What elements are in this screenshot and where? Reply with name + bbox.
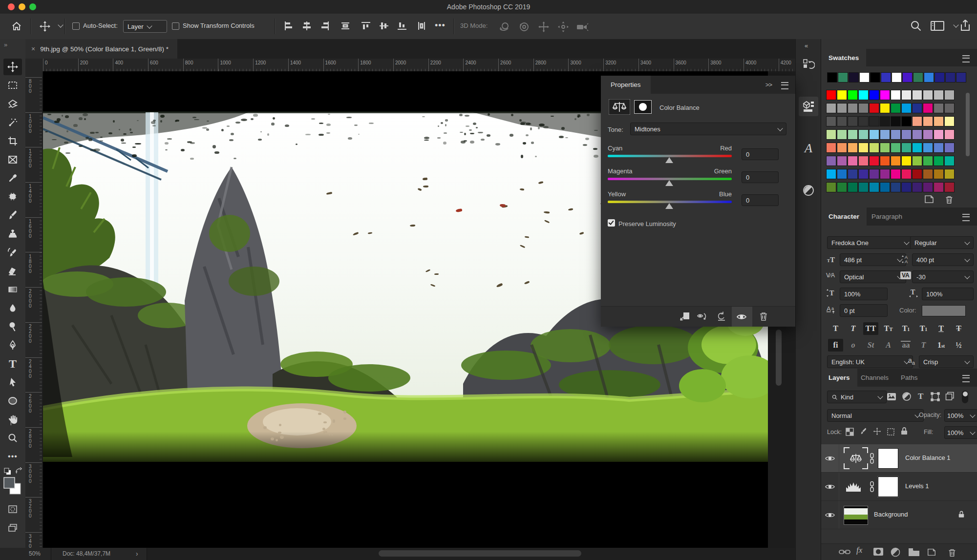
adjustment-thumbnail[interactable] — [844, 447, 868, 469]
clone-stamp-tool[interactable] — [3, 226, 22, 242]
layer-visibility-toggle[interactable] — [821, 473, 839, 500]
swatch[interactable] — [837, 90, 847, 100]
patch-tool[interactable] — [3, 188, 22, 205]
swatch[interactable] — [837, 156, 847, 166]
pen-tool[interactable] — [3, 337, 22, 353]
recent-swatch[interactable] — [945, 72, 956, 83]
toggle-visibility-button[interactable] — [732, 307, 752, 327]
delete-layer-icon[interactable] — [947, 547, 957, 558]
tab-layers[interactable]: Layers — [821, 369, 857, 387]
close-document-icon[interactable]: × — [31, 45, 35, 53]
delete-adjustment-icon[interactable] — [758, 311, 769, 322]
swatch[interactable] — [858, 182, 869, 192]
swatch[interactable] — [944, 182, 955, 192]
swatch[interactable] — [869, 90, 879, 100]
swatch[interactable] — [944, 90, 955, 100]
swatch[interactable] — [891, 129, 901, 140]
swatch[interactable] — [848, 156, 858, 166]
auto-select-target-dropdown[interactable]: Layer — [123, 20, 167, 33]
share-icon[interactable] — [958, 19, 972, 32]
swatch[interactable] — [848, 90, 858, 100]
new-group-icon[interactable] — [908, 547, 920, 557]
swatch[interactable] — [891, 143, 901, 153]
type-style-toggle[interactable]: T — [951, 322, 966, 335]
swatch[interactable] — [891, 103, 901, 113]
swatch[interactable] — [934, 129, 944, 140]
marquee-tool[interactable] — [3, 77, 22, 94]
swatch[interactable] — [891, 116, 901, 126]
home-icon[interactable] — [11, 21, 22, 32]
default-colors-icon[interactable] — [4, 468, 12, 476]
recent-swatch[interactable] — [935, 72, 945, 83]
reset-adjustment-icon[interactable] — [716, 311, 727, 322]
magic-wand-tool[interactable] — [3, 114, 22, 131]
link-layers-icon[interactable] — [839, 547, 850, 556]
mask-link-icon[interactable] — [869, 453, 875, 464]
swatch[interactable] — [858, 156, 869, 166]
lasso-tool[interactable] — [3, 96, 22, 112]
dodge-tool[interactable] — [3, 318, 22, 335]
swatch[interactable] — [880, 143, 890, 153]
crop-tool[interactable] — [3, 133, 22, 149]
frame-tool[interactable] — [3, 151, 22, 168]
recent-swatch[interactable] — [892, 72, 902, 83]
move-tool[interactable] — [3, 59, 22, 75]
swatch[interactable] — [869, 116, 879, 126]
tone-dropdown[interactable]: Midtones — [630, 123, 786, 135]
properties-panel-icon[interactable] — [799, 97, 818, 116]
align-left-edges-icon[interactable] — [283, 21, 294, 31]
swatch[interactable] — [912, 129, 922, 140]
vertical-scrollbar[interactable] — [776, 330, 782, 386]
swatch[interactable] — [901, 116, 912, 126]
swatch[interactable] — [880, 129, 890, 140]
3d-orbit-icon[interactable] — [498, 21, 511, 33]
swatch[interactable] — [826, 90, 836, 100]
cyan-red-value-field[interactable]: 0 — [742, 148, 779, 160]
gradient-tool[interactable] — [3, 281, 22, 298]
swatch[interactable] — [934, 90, 944, 100]
minimize-window-button[interactable] — [19, 3, 25, 10]
kerning-dropdown[interactable]: Optical — [840, 270, 906, 283]
swatch[interactable] — [837, 182, 847, 192]
3d-roll-icon[interactable] — [518, 21, 531, 33]
delete-swatch-icon[interactable] — [944, 194, 954, 205]
ruler-corner[interactable] — [25, 59, 42, 72]
history-brush-tool[interactable] — [3, 244, 22, 261]
horizontal-ruler[interactable]: 0200400600800100012001400160018002000220… — [42, 59, 795, 72]
preserve-luminosity-checkbox[interactable] — [608, 219, 615, 227]
yellow-blue-slider-thumb[interactable] — [665, 203, 673, 209]
auto-select-checkbox[interactable] — [72, 22, 80, 30]
swatch[interactable] — [869, 143, 879, 153]
recent-swatch[interactable] — [924, 72, 934, 83]
anti-alias-dropdown[interactable]: Crisp — [919, 355, 974, 368]
layer-row-color-balance[interactable]: Color Balance 1 — [821, 444, 977, 473]
swatch[interactable] — [912, 103, 922, 113]
hand-tool[interactable] — [3, 411, 22, 428]
swatch[interactable] — [880, 103, 890, 113]
quick-mask-button[interactable] — [3, 501, 22, 518]
swatch[interactable] — [923, 143, 933, 153]
opentype-toggle[interactable]: T — [916, 339, 931, 352]
recent-swatch[interactable] — [859, 72, 870, 83]
3d-slide-icon[interactable] — [557, 21, 570, 33]
close-window-button[interactable] — [8, 3, 15, 10]
lock-artboard-icon[interactable] — [887, 428, 895, 436]
lock-transparency-icon[interactable] — [846, 428, 854, 436]
magenta-green-value-field[interactable]: 0 — [742, 171, 779, 183]
swatch[interactable] — [837, 143, 847, 153]
swatch[interactable] — [912, 90, 922, 100]
recent-swatch[interactable] — [827, 72, 837, 83]
horizontal-scale-field[interactable]: 100% — [922, 288, 974, 300]
layer-mask-thumbnail[interactable] — [878, 448, 898, 469]
blend-mode-dropdown[interactable]: Normal — [827, 409, 924, 422]
leading-dropdown[interactable]: 400 pt — [912, 253, 974, 266]
layer-row-levels[interactable]: Levels 1 — [821, 473, 977, 501]
swatch[interactable] — [923, 182, 933, 192]
swatch[interactable] — [880, 156, 890, 166]
collapse-panel-icon[interactable]: >> — [765, 81, 772, 88]
filter-toggle-switch[interactable] — [962, 391, 968, 403]
type-style-toggle[interactable]: T — [934, 322, 949, 335]
tab-character[interactable]: Character — [821, 207, 867, 226]
collapse-tools-icon[interactable]: » — [4, 41, 7, 48]
swatch[interactable] — [934, 143, 944, 153]
